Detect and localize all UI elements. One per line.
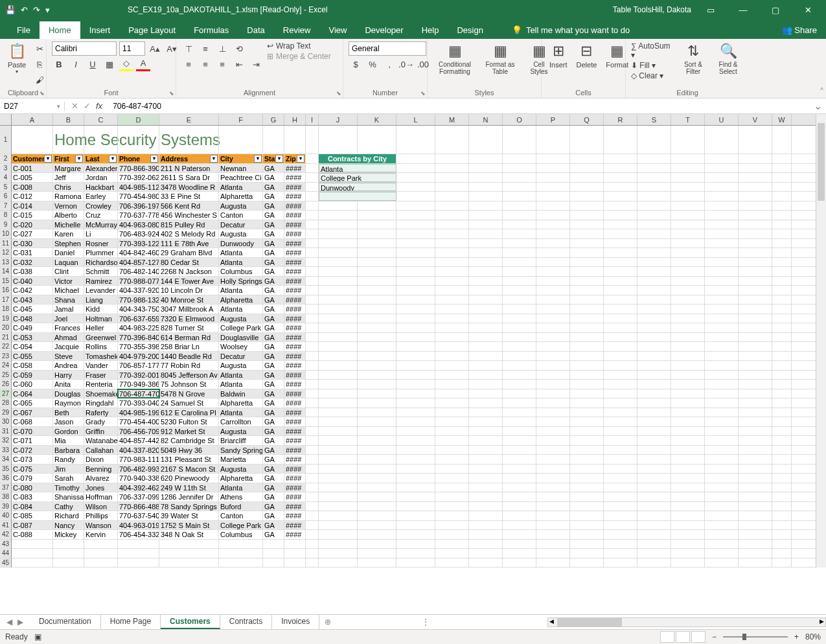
cell[interactable]: [118, 126, 159, 154]
dialog-launcher-icon[interactable]: ⬊: [169, 90, 174, 97]
cell[interactable]: ####: [284, 483, 306, 492]
cell[interactable]: [570, 286, 604, 295]
cell[interactable]: [319, 549, 358, 558]
cell[interactable]: [772, 558, 792, 568]
cell[interactable]: [705, 558, 739, 568]
column-header[interactable]: R: [604, 114, 637, 125]
cell[interactable]: [570, 164, 604, 173]
cell[interactable]: [159, 540, 219, 549]
bold-icon[interactable]: B: [52, 57, 66, 71]
cell[interactable]: [772, 436, 792, 445]
cell[interactable]: [772, 342, 792, 351]
cell[interactable]: [536, 455, 570, 464]
cell[interactable]: 770-393-0405: [118, 398, 159, 408]
merge-center-button[interactable]: ⊞ Merge & Center: [267, 52, 331, 61]
row-header[interactable]: 31: [0, 427, 11, 437]
cell[interactable]: [469, 465, 503, 474]
cell[interactable]: [637, 511, 671, 520]
cell[interactable]: [358, 126, 396, 154]
cell[interactable]: [396, 352, 435, 361]
cell[interactable]: [671, 286, 705, 295]
cell[interactable]: [570, 192, 604, 201]
cell[interactable]: 706-456-7093: [118, 427, 159, 436]
cell[interactable]: 770-392-0019: [118, 371, 159, 380]
cell[interactable]: [536, 521, 570, 530]
cell[interactable]: [570, 295, 604, 305]
cell[interactable]: [306, 173, 319, 182]
cell[interactable]: C-059: [12, 371, 53, 380]
cell[interactable]: [396, 126, 435, 154]
row-header[interactable]: 15: [0, 277, 11, 286]
cell[interactable]: Anita: [53, 380, 84, 389]
cell[interactable]: [319, 389, 358, 398]
cell[interactable]: ####: [284, 455, 306, 464]
cell[interactable]: Carrollton: [219, 417, 263, 426]
column-header[interactable]: F: [219, 114, 263, 125]
find-select-button[interactable]: 🔍 Find & Select: [713, 41, 744, 76]
cell[interactable]: [306, 286, 319, 295]
cell[interactable]: [705, 305, 739, 314]
cell[interactable]: C-073: [12, 455, 53, 464]
cell[interactable]: [570, 474, 604, 483]
cell[interactable]: [671, 455, 705, 464]
cell[interactable]: [219, 558, 263, 568]
cell[interactable]: [637, 183, 671, 192]
cell[interactable]: [536, 248, 570, 257]
cell[interactable]: ####: [284, 530, 306, 539]
cell[interactable]: [671, 314, 705, 323]
cell[interactable]: [319, 455, 358, 464]
fill-color-icon[interactable]: ◇: [119, 57, 133, 71]
column-header[interactable]: Q: [570, 114, 604, 125]
cell[interactable]: [435, 549, 469, 558]
cell[interactable]: [396, 201, 435, 211]
cell[interactable]: Marietta: [219, 455, 263, 464]
cell[interactable]: Atlanta: [219, 183, 263, 192]
cell[interactable]: [772, 295, 792, 305]
row-header[interactable]: 41: [0, 521, 11, 531]
cell[interactable]: [536, 220, 570, 229]
cell[interactable]: [319, 436, 358, 445]
cell[interactable]: [536, 126, 570, 154]
cell[interactable]: GA: [263, 361, 284, 370]
cell[interactable]: Buford: [219, 502, 263, 511]
cell[interactable]: [570, 540, 604, 549]
cell[interactable]: [469, 173, 503, 182]
cell[interactable]: C-088: [12, 530, 53, 539]
cell[interactable]: [637, 389, 671, 398]
cell[interactable]: [705, 239, 739, 248]
cell[interactable]: [396, 465, 435, 474]
cell[interactable]: 706-483-9244: [118, 229, 159, 238]
share-button[interactable]: 👥 Share: [773, 21, 826, 39]
cell[interactable]: [306, 549, 319, 558]
cell[interactable]: C-027: [12, 229, 53, 238]
cell[interactable]: Rollins: [84, 342, 118, 351]
cell[interactable]: [570, 361, 604, 370]
cell[interactable]: ####: [284, 389, 306, 398]
cell[interactable]: [503, 126, 536, 154]
cell[interactable]: 706-454-3327: [118, 530, 159, 539]
cell[interactable]: [306, 239, 319, 248]
cell[interactable]: GA: [263, 192, 284, 201]
cell[interactable]: [319, 295, 358, 305]
cell[interactable]: [772, 427, 792, 436]
cell[interactable]: [637, 286, 671, 295]
dialog-launcher-icon[interactable]: ⬊: [336, 90, 341, 97]
cell[interactable]: Kidd: [84, 305, 118, 314]
cell[interactable]: [306, 183, 319, 192]
format-painter-icon[interactable]: 🖌: [32, 73, 47, 87]
cell[interactable]: C-064: [12, 389, 53, 398]
cell[interactable]: [469, 371, 503, 380]
decrease-indent-icon[interactable]: ⇤: [232, 57, 246, 71]
cell[interactable]: [671, 558, 705, 568]
cell[interactable]: Holtman: [84, 314, 118, 323]
cell[interactable]: [772, 371, 792, 380]
cell[interactable]: [637, 323, 671, 332]
cell[interactable]: 404-963-0808: [118, 220, 159, 229]
cell[interactable]: [739, 511, 772, 520]
cell[interactable]: [739, 248, 772, 257]
row-header[interactable]: 39: [0, 502, 11, 512]
row-header[interactable]: 14: [0, 267, 11, 277]
cell[interactable]: [570, 220, 604, 229]
ribbon-tab-review[interactable]: Review: [274, 21, 320, 39]
tab-nav-prev-icon[interactable]: ◀: [6, 617, 12, 627]
